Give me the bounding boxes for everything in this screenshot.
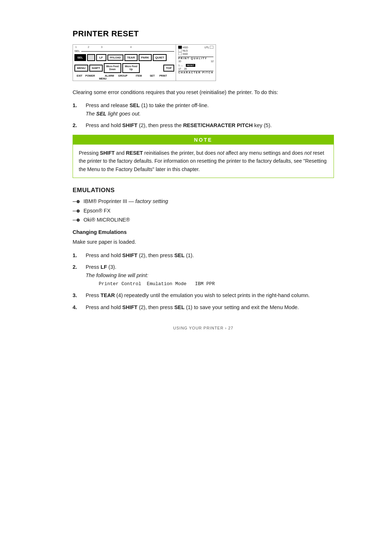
second-buttons-row: MENU SHIFT Micro FeedDown Micro FeedUp T… xyxy=(73,62,176,74)
ind-hsd-label: HSD xyxy=(183,46,188,49)
ind-hsd: HSD xyxy=(178,46,188,49)
btn-quiet[interactable]: QUIET xyxy=(153,54,167,61)
step2-num: 2. xyxy=(73,121,80,129)
quality-val-12: 12 xyxy=(211,60,214,62)
num-4: 4 xyxy=(129,45,132,49)
sel-indicator-row: SEL xyxy=(73,49,176,53)
sel-line xyxy=(81,49,174,52)
num-2: 2 xyxy=(87,45,90,49)
five-label: 5 — xyxy=(178,64,183,67)
menu-label-row: MENU xyxy=(73,77,176,81)
panel-main: 1 2 3 4 SEL SEL LF FF/LOAD TEAR PARK QUI… xyxy=(73,45,176,81)
note-box: NOTE Pressing SHIFT and RESET reinitiali… xyxy=(73,135,334,178)
btn-tof[interactable]: TOF xyxy=(163,65,174,72)
emulation-ibm: IBM® Proprinter III — factory setting xyxy=(83,198,168,206)
pitch-val-20: 20 xyxy=(184,68,187,70)
sel-top-label: SEL xyxy=(74,49,80,53)
em-step-4: 4. Press and hold SHIFT (2), then press … xyxy=(73,303,334,311)
quality-val-10: 10 xyxy=(178,60,181,62)
ind-hsd-box xyxy=(178,46,182,49)
reset-step-1: 1. Press and release SEL (1) to take the… xyxy=(73,101,334,118)
btn-menu[interactable]: MENU xyxy=(74,65,88,72)
printer-reset-steps: 1. Press and release SEL (1) to take the… xyxy=(73,101,334,129)
num-3: 3 xyxy=(100,45,103,49)
em-step4-content: Press and hold SHIFT (2), then press SEL… xyxy=(86,303,299,311)
ind-col-left: HSD NLG SSD xyxy=(178,46,188,55)
note-header: NOTE xyxy=(73,135,334,145)
lbl-alarm: ALARM xyxy=(104,74,114,77)
ind-nlg-label: NLG xyxy=(183,49,188,52)
ind-ssd: SSD xyxy=(178,52,188,55)
ind-utl-box xyxy=(210,46,213,49)
ind-utl: UTL xyxy=(204,46,213,49)
lbl-item: ITEM xyxy=(131,74,146,77)
step1-num: 1. xyxy=(73,101,80,118)
lbl-group: GROUP xyxy=(115,74,130,77)
pitch-numbers-row: 17 20 xyxy=(178,68,213,70)
printer-reset-title: PRINTER RESET xyxy=(73,29,334,39)
ind-nlg-box xyxy=(178,49,182,52)
btn-shift[interactable]: SHIFT xyxy=(89,65,103,72)
step1-content: Press and release SEL (1) to take the pr… xyxy=(86,101,209,118)
panel-right: HSD NLG SSD UTL PRINT QUALITY 10 xyxy=(176,45,216,81)
em-step1-num: 1. xyxy=(73,251,80,259)
labels-row: EXIT POWER ALARM GROUP ITEM SET PRINT xyxy=(73,74,176,77)
right-indicators: HSD NLG SSD UTL xyxy=(178,46,213,55)
reset-box: RESET xyxy=(186,64,195,67)
lbl-power: POWER xyxy=(85,74,95,77)
main-buttons-row: SEL LF FF/LOAD TEAR PARK QUIET xyxy=(73,53,176,62)
lbl-set: SET xyxy=(147,74,157,77)
note-content: Pressing SHIFT and RESET reinitialises t… xyxy=(73,145,334,178)
em-step-2: 2. Press LF (3). The following line will… xyxy=(73,263,334,288)
arrow-icon-1: ···⊕ xyxy=(73,198,80,205)
changing-emulations-title: Changing Emulations xyxy=(73,229,334,235)
ind-nlg: NLG xyxy=(178,49,188,52)
btn-lf[interactable]: LF xyxy=(96,54,106,61)
btn-micro-down[interactable]: Micro FeedDown xyxy=(104,63,121,73)
btn-sel[interactable]: SEL xyxy=(74,54,86,61)
panel-numbers: 1 2 3 4 xyxy=(73,45,176,49)
quality-row: 10 12 xyxy=(178,60,213,62)
pitch-val-17: 17 xyxy=(178,68,181,70)
em-step4-num: 4. xyxy=(73,303,80,311)
ind-col-right: UTL xyxy=(204,46,213,55)
lbl-print: PRINT xyxy=(158,74,168,77)
em-step3-content: Press TEAR (4) repeatedly until the emul… xyxy=(86,291,310,299)
printer-reset-intro: Clearing some error conditions requires … xyxy=(73,88,334,96)
emulation-item-3: ···⊕ Oki® MICROLINE® xyxy=(73,216,334,224)
reset-row: 5 — RESET xyxy=(178,64,213,67)
num-1: 1 xyxy=(74,45,77,49)
make-sure-para: Make sure paper is loaded. xyxy=(73,238,334,246)
ind-ssd-box xyxy=(178,52,182,55)
em-step1-content: Press and hold SHIFT (2), then press SEL… xyxy=(86,251,194,259)
arrow-icon-3: ···⊕ xyxy=(73,217,80,223)
emulation-item-2: ···⊕ Epson® FX xyxy=(73,207,334,215)
char-pitch-label: CHARACTER PITCH xyxy=(178,71,213,74)
btn-micro-up[interactable]: Micro FeedUp xyxy=(122,63,140,73)
step2-content: Press and hold SHIFT (2), then press the… xyxy=(86,121,272,129)
btn-park[interactable]: PARK xyxy=(139,54,152,61)
page-footer: USING YOUR PRINTER › 27 xyxy=(73,326,334,330)
reset-step-2: 2. Press and hold SHIFT (2), then press … xyxy=(73,121,334,129)
emulation-epson: Epson® FX xyxy=(83,207,110,215)
emulations-steps: 1. Press and hold SHIFT (2), then press … xyxy=(73,251,334,311)
arrow-icon-2: ···⊕ xyxy=(73,208,80,214)
emulations-title: EMULATIONS xyxy=(73,187,334,194)
print-quality-label: PRINT QUALITY xyxy=(178,57,213,60)
ind-ssd-label: SSD xyxy=(183,53,188,55)
btn-ff-load[interactable]: FF/LOAD xyxy=(107,54,123,61)
btn-tear[interactable]: TEAR xyxy=(124,54,138,61)
monospace-output: Printer Control Emulation Mode IBM PPR xyxy=(99,281,215,287)
control-panel-diagram: 1 2 3 4 SEL SEL LF FF/LOAD TEAR PARK QUI… xyxy=(73,44,216,81)
btn-blank1 xyxy=(87,54,95,61)
lbl-menu: MENU xyxy=(99,77,107,80)
em-step-3: 3. Press TEAR (4) repeatedly until the e… xyxy=(73,291,334,299)
lbl-spacer xyxy=(95,74,103,77)
em-step3-num: 3. xyxy=(73,291,80,299)
emulation-oki: Oki® MICROLINE® xyxy=(83,216,130,224)
em-step-1: 1. Press and hold SHIFT (2), then press … xyxy=(73,251,334,259)
em-step2-content: Press LF (3). The following line will pr… xyxy=(86,263,215,288)
emulations-list: ···⊕ IBM® Proprinter III — factory setti… xyxy=(73,198,334,224)
em-step2-num: 2. xyxy=(73,263,80,288)
emulation-item-1: ···⊕ IBM® Proprinter III — factory setti… xyxy=(73,198,334,206)
